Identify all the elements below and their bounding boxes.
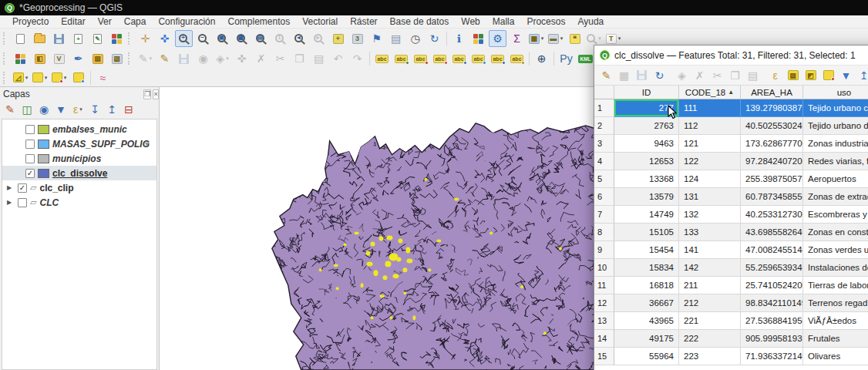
menu-item-capa[interactable]: Capa (118, 15, 153, 28)
cell-id[interactable]: 14749 (614, 206, 679, 224)
layer-item-clc_clip[interactable]: ▶✓▱clc_clip (2, 180, 156, 195)
cell-code[interactable]: 121 (679, 135, 741, 153)
new-feature-button[interactable]: ◈ (674, 67, 690, 84)
zoom-full-button[interactable]: ▣ (214, 30, 231, 47)
manage-map-themes-button[interactable]: ◉ (36, 103, 52, 117)
cell-code[interactable]: 124 (679, 170, 741, 188)
menu-item-r-ster[interactable]: Ráster (344, 15, 383, 28)
menu-item-complementos[interactable]: Complementos (221, 15, 296, 28)
menu-item-configuraci-n[interactable]: Configuración (152, 15, 221, 28)
zoom-last-button[interactable]: ◂ (291, 30, 308, 47)
save-project-as-button[interactable]: + (69, 30, 87, 47)
open-project-button[interactable] (31, 30, 49, 47)
new-3d-map-view-button[interactable]: 3 (348, 30, 366, 47)
copy-row-button[interactable]: ❐ (727, 67, 743, 84)
layer-checkbox-municipios[interactable] (25, 154, 35, 163)
row-number[interactable]: 4 (594, 153, 614, 170)
column-header-uso[interactable]: uso (803, 86, 868, 99)
statistical-summary-button[interactable]: Σ (508, 30, 526, 47)
select-features-by-value-dropdown-icon[interactable]: ▾ (45, 75, 48, 81)
style-manager-button[interactable] (108, 30, 126, 47)
cell-area[interactable]: 25.7410524200... (741, 277, 803, 294)
pin-unpin-labels-button[interactable]: abc (412, 50, 429, 67)
move-selection-to-top-button[interactable]: ↥ (856, 67, 868, 84)
cell-area[interactable]: 71.9363372149... (741, 348, 803, 365)
cell-id[interactable]: 15454 (614, 241, 679, 259)
pan-map-button[interactable]: ✛ (136, 30, 154, 47)
cell-area[interactable]: 60.7873458550... (741, 188, 803, 206)
cell-uso[interactable]: Terrenos regad... (803, 294, 868, 312)
current-edits-dropdown-icon[interactable]: ▾ (150, 56, 153, 62)
cell-id[interactable]: 55964 (614, 348, 679, 365)
cell-area[interactable]: 40.5025530249... (741, 117, 803, 135)
column-header-id[interactable]: ID (614, 86, 679, 99)
cell-uso[interactable]: Escombreras y v... (803, 206, 868, 224)
processing-toolbox-button[interactable]: ⚙ (489, 30, 506, 47)
row-number[interactable]: 8 (594, 224, 614, 241)
zoom-native-button[interactable]: 1 (271, 30, 289, 47)
move-feature-button[interactable]: ✜ (233, 50, 251, 67)
row-number[interactable]: 3 (594, 135, 614, 153)
invert-selection-button[interactable]: ◩ (802, 67, 819, 84)
cell-uso[interactable]: Zonas industrial... (803, 135, 868, 153)
cell-id[interactable]: 13368 (614, 170, 679, 188)
cell-area[interactable]: 27.5368841950... (741, 312, 803, 330)
row-number[interactable]: 11 (594, 277, 614, 294)
filter-legend-button[interactable]: ▼ (53, 103, 69, 117)
add-group-button[interactable]: ◫ (19, 103, 35, 117)
measure-line-dropdown-icon[interactable]: ▾ (560, 35, 564, 42)
save-project-button[interactable] (50, 30, 68, 47)
cell-uso[interactable]: Tejido urbano c... (803, 99, 868, 117)
row-number[interactable]: 13 (594, 312, 614, 330)
zoom-in-button[interactable]: + (175, 30, 193, 47)
reload-table-button[interactable]: ↻ (651, 67, 668, 84)
row-number[interactable]: 5 (594, 170, 614, 188)
measure-line-button[interactable]: ▬▾ (547, 30, 564, 47)
new-shapefile-layer-button[interactable]: V (50, 50, 68, 67)
cell-id[interactable]: 2763 (614, 117, 679, 135)
cell-uso[interactable]: ViÃƒÅ±edos (803, 312, 868, 330)
pan-to-selection-button[interactable]: ✜ (156, 30, 173, 47)
menu-item-ver[interactable]: Ver (92, 15, 118, 28)
zoom-to-layer-button[interactable]: ▤ (252, 30, 270, 47)
layer-checkbox-embalses_munic[interactable] (25, 125, 35, 134)
cell-area[interactable]: 47.0082455149... (741, 241, 803, 259)
show-hide-labels-button[interactable]: abc (450, 50, 468, 67)
cell-code[interactable]: 222 (679, 330, 741, 348)
column-header-area_ha[interactable]: AREA_HA (741, 86, 803, 99)
new-temporary-scratch-layer-button[interactable]: ✒ (69, 50, 87, 67)
map-tips-button[interactable]: ❝ (566, 30, 584, 47)
cell-id[interactable]: 9463 (614, 135, 679, 153)
multiedit-mode-button[interactable]: ▦ (616, 67, 632, 84)
deselect-all-button[interactable] (820, 67, 836, 84)
row-number[interactable]: 7 (594, 206, 614, 224)
row-number[interactable]: 15 (594, 348, 614, 365)
corner-header[interactable] (594, 86, 614, 99)
cell-id[interactable]: 13579 (614, 188, 679, 206)
toggle-editing-button[interactable]: ✎ (156, 50, 173, 67)
elevation-profile-button[interactable]: ≈ (94, 69, 112, 86)
cut-row-button[interactable]: ✂ (709, 67, 725, 84)
layer-item-municipios[interactable]: municipios (2, 151, 156, 166)
new-spatial-bookmark-button[interactable]: ⚑ (368, 30, 385, 47)
column-header-code_18[interactable]: CODE_18▲ (679, 86, 741, 99)
cell-id[interactable]: 12653 (614, 153, 679, 170)
temporal-controller-button[interactable]: ◷ (406, 30, 424, 47)
undock-panel-button[interactable]: ❐ (143, 89, 151, 99)
undo-button[interactable]: ↶ (329, 50, 347, 67)
layer-labeling-options-button[interactable]: abc (373, 50, 391, 67)
open-field-calculator-button[interactable] (469, 30, 487, 47)
filter-by-expression-button[interactable]: ε▾ (70, 103, 86, 117)
cell-id[interactable]: 15834 (614, 259, 679, 277)
current-edits-button[interactable]: ✎▾ (136, 50, 154, 67)
select-all-button[interactable]: ▤ (785, 67, 801, 84)
cell-area[interactable]: 98.8342110149... (741, 294, 803, 312)
cell-id[interactable]: 36667 (614, 294, 679, 312)
attribute-table-titlebar[interactable]: Q clc_dissolve — Features Total: 31, Fil… (594, 45, 868, 66)
cell-area[interactable]: 139.279803875... (741, 99, 803, 117)
layer-item-masas_supf_polig[interactable]: MASAS_SUPF_POLIG▼ (2, 136, 156, 151)
menu-item-editar[interactable]: Editar (55, 15, 91, 28)
cell-uso[interactable]: Instalaciones de... (803, 259, 868, 277)
select-by-expression-button[interactable]: ε (767, 67, 783, 84)
new-mesh-layer-button[interactable]: ▤ (89, 50, 106, 67)
